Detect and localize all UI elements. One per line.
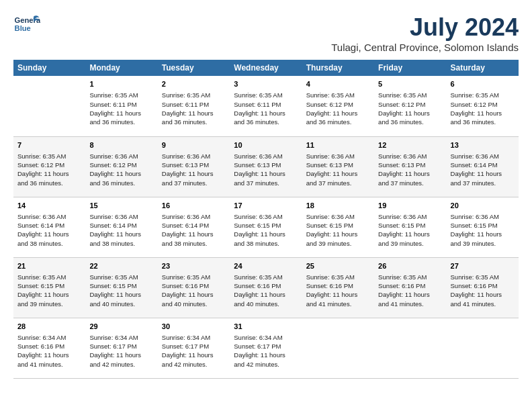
cell-w4-d1: 22Sunrise: 6:35 AMSunset: 6:15 PMDayligh…: [85, 257, 157, 318]
cell-w4-d6: 27Sunrise: 6:35 AMSunset: 6:16 PMDayligh…: [447, 257, 519, 318]
day-content: Sunrise: 6:36 AMSunset: 6:15 PMDaylight:…: [378, 212, 442, 248]
cell-w5-d5: [374, 318, 446, 378]
cell-w2-d6: 13Sunrise: 6:36 AMSunset: 6:14 PMDayligh…: [447, 136, 519, 197]
cell-w2-d4: 11Sunrise: 6:36 AMSunset: 6:13 PMDayligh…: [302, 136, 374, 197]
day-content: Sunrise: 6:35 AMSunset: 6:12 PMDaylight:…: [451, 91, 515, 126]
day-number: 4: [306, 79, 370, 89]
week-row-1: 1Sunrise: 6:35 AMSunset: 6:11 PMDaylight…: [13, 76, 519, 136]
cell-w2-d2: 9Sunrise: 6:36 AMSunset: 6:13 PMDaylight…: [158, 136, 230, 197]
day-content: Sunrise: 6:36 AMSunset: 6:13 PMDaylight:…: [306, 152, 370, 187]
week-row-3: 14Sunrise: 6:36 AMSunset: 6:14 PMDayligh…: [13, 197, 519, 257]
week-row-5: 28Sunrise: 6:34 AMSunset: 6:16 PMDayligh…: [13, 318, 519, 378]
cell-w1-d2: 2Sunrise: 6:35 AMSunset: 6:11 PMDaylight…: [158, 76, 230, 136]
cell-w2-d3: 10Sunrise: 6:36 AMSunset: 6:13 PMDayligh…: [230, 136, 302, 197]
day-number: 11: [306, 140, 370, 150]
day-content: Sunrise: 6:35 AMSunset: 6:15 PMDaylight:…: [89, 273, 153, 308]
day-content: Sunrise: 6:35 AMSunset: 6:11 PMDaylight:…: [89, 91, 153, 126]
day-content: Sunrise: 6:35 AMSunset: 6:16 PMDaylight:…: [234, 273, 298, 308]
day-content: Sunrise: 6:36 AMSunset: 6:14 PMDaylight:…: [162, 212, 226, 248]
cell-w3-d6: 20Sunrise: 6:36 AMSunset: 6:15 PMDayligh…: [447, 197, 519, 257]
day-number: 24: [234, 261, 298, 271]
day-number: 5: [378, 79, 442, 89]
day-content: Sunrise: 6:34 AMSunset: 6:17 PMDaylight:…: [234, 333, 298, 369]
cell-w2-d5: 12Sunrise: 6:36 AMSunset: 6:13 PMDayligh…: [374, 136, 446, 197]
day-content: Sunrise: 6:35 AMSunset: 6:16 PMDaylight:…: [451, 273, 515, 308]
day-number: 10: [234, 140, 298, 150]
cell-w5-d0: 28Sunrise: 6:34 AMSunset: 6:16 PMDayligh…: [13, 318, 85, 378]
cell-w5-d3: 31Sunrise: 6:34 AMSunset: 6:17 PMDayligh…: [230, 318, 302, 378]
cell-w2-d1: 8Sunrise: 6:36 AMSunset: 6:12 PMDaylight…: [85, 136, 157, 197]
day-content: Sunrise: 6:36 AMSunset: 6:15 PMDaylight:…: [451, 212, 515, 248]
cell-w5-d2: 30Sunrise: 6:34 AMSunset: 6:17 PMDayligh…: [158, 318, 230, 378]
day-number: 12: [378, 140, 442, 150]
calendar-header-row: Sunday Monday Tuesday Wednesday Thursday…: [13, 60, 519, 76]
cell-w4-d5: 26Sunrise: 6:35 AMSunset: 6:16 PMDayligh…: [374, 257, 446, 318]
cell-w3-d4: 18Sunrise: 6:36 AMSunset: 6:15 PMDayligh…: [302, 197, 374, 257]
day-content: Sunrise: 6:35 AMSunset: 6:16 PMDaylight:…: [306, 273, 370, 308]
cell-w4-d3: 24Sunrise: 6:35 AMSunset: 6:16 PMDayligh…: [230, 257, 302, 318]
day-content: Sunrise: 6:36 AMSunset: 6:13 PMDaylight:…: [234, 152, 298, 187]
cell-w1-d1: 1Sunrise: 6:35 AMSunset: 6:11 PMDaylight…: [85, 76, 157, 136]
cell-w3-d1: 15Sunrise: 6:36 AMSunset: 6:14 PMDayligh…: [85, 197, 157, 257]
cell-w3-d5: 19Sunrise: 6:36 AMSunset: 6:15 PMDayligh…: [374, 197, 446, 257]
cell-w3-d0: 14Sunrise: 6:36 AMSunset: 6:14 PMDayligh…: [13, 197, 85, 257]
cell-w5-d1: 29Sunrise: 6:34 AMSunset: 6:17 PMDayligh…: [85, 318, 157, 378]
day-content: Sunrise: 6:35 AMSunset: 6:12 PMDaylight:…: [17, 152, 81, 187]
day-content: Sunrise: 6:34 AMSunset: 6:17 PMDaylight:…: [162, 333, 226, 369]
day-content: Sunrise: 6:35 AMSunset: 6:16 PMDaylight:…: [378, 273, 442, 308]
calendar-table: Sunday Monday Tuesday Wednesday Thursday…: [13, 60, 519, 379]
day-number: 25: [306, 261, 370, 271]
day-content: Sunrise: 6:34 AMSunset: 6:16 PMDaylight:…: [17, 333, 81, 369]
cell-w1-d5: 5Sunrise: 6:35 AMSunset: 6:12 PMDaylight…: [374, 76, 446, 136]
day-content: Sunrise: 6:36 AMSunset: 6:12 PMDaylight:…: [89, 152, 153, 187]
page-header: General Blue July 2024 Tulagi, Central P…: [13, 13, 519, 53]
day-number: 19: [378, 201, 442, 211]
day-number: 14: [17, 201, 81, 211]
day-number: 31: [234, 322, 298, 332]
week-row-4: 21Sunrise: 6:35 AMSunset: 6:15 PMDayligh…: [13, 257, 519, 318]
cell-w4-d4: 25Sunrise: 6:35 AMSunset: 6:16 PMDayligh…: [302, 257, 374, 318]
day-number: 30: [162, 322, 226, 332]
day-number: 26: [378, 261, 442, 271]
svg-text:Blue: Blue: [15, 24, 31, 32]
col-monday: Monday: [85, 60, 157, 76]
logo-svg: General Blue: [13, 13, 40, 35]
day-content: Sunrise: 6:35 AMSunset: 6:15 PMDaylight:…: [17, 273, 81, 308]
day-number: 18: [306, 201, 370, 211]
cell-w2-d0: 7Sunrise: 6:35 AMSunset: 6:12 PMDaylight…: [13, 136, 85, 197]
day-number: 17: [234, 201, 298, 211]
day-number: 27: [451, 261, 515, 271]
day-number: 8: [89, 140, 153, 150]
cell-w4-d0: 21Sunrise: 6:35 AMSunset: 6:15 PMDayligh…: [13, 257, 85, 318]
day-number: 3: [234, 79, 298, 89]
day-content: Sunrise: 6:35 AMSunset: 6:12 PMDaylight:…: [306, 91, 370, 126]
col-sunday: Sunday: [13, 60, 85, 76]
month-year-title: July 2024: [331, 13, 519, 42]
day-content: Sunrise: 6:35 AMSunset: 6:11 PMDaylight:…: [234, 91, 298, 126]
day-content: Sunrise: 6:36 AMSunset: 6:14 PMDaylight:…: [451, 152, 515, 187]
day-content: Sunrise: 6:35 AMSunset: 6:11 PMDaylight:…: [162, 91, 226, 126]
day-number: 7: [17, 140, 81, 150]
day-content: Sunrise: 6:36 AMSunset: 6:15 PMDaylight:…: [234, 212, 298, 248]
day-content: Sunrise: 6:35 AMSunset: 6:16 PMDaylight:…: [162, 273, 226, 308]
day-content: Sunrise: 6:35 AMSunset: 6:12 PMDaylight:…: [378, 91, 442, 126]
col-tuesday: Tuesday: [158, 60, 230, 76]
col-wednesday: Wednesday: [230, 60, 302, 76]
calendar-body: 1Sunrise: 6:35 AMSunset: 6:11 PMDaylight…: [13, 76, 519, 378]
day-content: Sunrise: 6:36 AMSunset: 6:13 PMDaylight:…: [378, 152, 442, 187]
day-number: 13: [451, 140, 515, 150]
cell-w4-d2: 23Sunrise: 6:35 AMSunset: 6:16 PMDayligh…: [158, 257, 230, 318]
cell-w3-d3: 17Sunrise: 6:36 AMSunset: 6:15 PMDayligh…: [230, 197, 302, 257]
cell-w1-d3: 3Sunrise: 6:35 AMSunset: 6:11 PMDaylight…: [230, 76, 302, 136]
col-thursday: Thursday: [302, 60, 374, 76]
day-content: Sunrise: 6:36 AMSunset: 6:13 PMDaylight:…: [162, 152, 226, 187]
day-number: 29: [89, 322, 153, 332]
day-number: 9: [162, 140, 226, 150]
cell-w1-d6: 6Sunrise: 6:35 AMSunset: 6:12 PMDaylight…: [447, 76, 519, 136]
logo: General Blue: [13, 13, 43, 35]
col-saturday: Saturday: [447, 60, 519, 76]
cell-w1-d0: [13, 76, 85, 136]
day-number: 6: [451, 79, 515, 89]
day-number: 22: [89, 261, 153, 271]
day-content: Sunrise: 6:36 AMSunset: 6:15 PMDaylight:…: [306, 212, 370, 248]
